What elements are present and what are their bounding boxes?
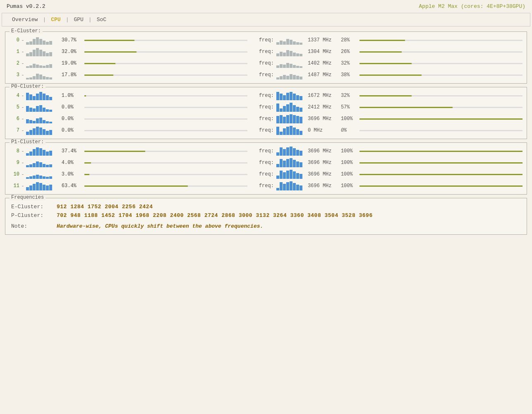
table-row: 11 - 63.4% freq:: [10, 180, 522, 192]
table-row: 4 - 1.0% freq:: [10, 90, 522, 101]
core1-freq-sparkline: [276, 47, 305, 56]
app-header: Pumas v0.2.2 Apple M2 Max (cores: 4E+8P+…: [0, 0, 532, 13]
p0-cluster-box: P0-Cluster: 4 - 1.0% freq:: [5, 87, 527, 139]
table-row: 7 - 0.0% freq:: [10, 125, 522, 136]
core0-freq-sparkline: [276, 36, 305, 45]
core11-freq-sparkline: [276, 181, 305, 190]
core5-sparkline: [26, 103, 59, 112]
p-cluster-freq-row: P-Cluster: 702 948 1188 1452 1704 1968 2…: [11, 211, 521, 220]
e-cluster-label: E-Cluster:: [10, 28, 43, 34]
table-row: 0 - 30.7% freq:: [10, 34, 522, 46]
tab-cpu[interactable]: CPU: [46, 16, 65, 24]
table-row: 1 - 32.0% freq:: [10, 46, 522, 58]
core9-sparkline: [26, 158, 59, 167]
core3-freq-sparkline: [276, 70, 305, 79]
table-row: 3 - 17.8% freq:: [10, 69, 522, 81]
frequencies-section: Frequencies E-Cluster: 912 1284 1752 200…: [5, 198, 527, 235]
note-val: Hardware-wise, CPUs quickly shift betwee…: [57, 223, 521, 229]
table-row: 8 - 37.4% freq:: [10, 145, 522, 157]
core2-freq-sparkline: [276, 59, 305, 68]
table-row: 5 - 0.0% freq:: [10, 101, 522, 113]
core11-sparkline: [26, 181, 59, 190]
core10-freq-sparkline: [276, 170, 305, 179]
table-row: 10 - 3.0% freq:: [10, 168, 522, 180]
tab-overview[interactable]: Overview: [7, 16, 43, 24]
main-content: E-Cluster: 0 - 30.7% freq:: [0, 26, 532, 240]
core3-sparkline: [26, 70, 59, 79]
p-cluster-freq-val: 702 948 1188 1452 1704 1968 2208 2400 25…: [57, 212, 521, 219]
core7-freq-sparkline: [276, 126, 305, 135]
e-cluster-freq-key: E-Cluster:: [11, 204, 57, 210]
e-cluster-freq-row: E-Cluster: 912 1284 1752 2004 2256 2424: [11, 202, 521, 211]
p1-cluster-label: P1-Cluster:: [10, 139, 46, 145]
table-row: 9 - 4.0% freq:: [10, 157, 522, 168]
table-row: 6 - 0.0% freq:: [10, 113, 522, 125]
core7-sparkline: [26, 126, 59, 135]
core1-sparkline: [26, 47, 59, 56]
tab-soc[interactable]: SoC: [92, 16, 111, 24]
core8-sparkline: [26, 147, 59, 156]
p-cluster-freq-key: P-Cluster:: [11, 212, 57, 219]
tab-sep-3: |: [89, 17, 92, 23]
e-cluster-box: E-Cluster: 0 - 30.7% freq:: [5, 31, 527, 84]
core5-freq-sparkline: [276, 103, 305, 112]
app-device: Apple M2 Max (cores: 4E+8P+38GPU): [419, 3, 525, 10]
core6-sparkline: [26, 114, 59, 123]
core8-freq-sparkline: [276, 147, 305, 156]
core2-sparkline: [26, 59, 59, 68]
frequencies-label: Frequencies: [10, 195, 46, 200]
core4-freq-sparkline: [276, 91, 305, 100]
app-title: Pumas v0.2.2: [7, 3, 46, 10]
core6-freq-sparkline: [276, 114, 305, 123]
tab-gpu[interactable]: GPU: [69, 16, 88, 24]
note-row: Note: Hardware-wise, CPUs quickly shift …: [11, 220, 521, 230]
tab-sep-1: |: [43, 17, 46, 23]
p0-cluster-label: P0-Cluster:: [10, 84, 46, 89]
tab-sep-2: |: [66, 17, 69, 23]
core0-sparkline: [26, 36, 59, 45]
p1-cluster-box: P1-Cluster: 8 - 37.4% freq:: [5, 142, 527, 195]
tabs-bar: Overview | CPU | GPU | SoC: [2, 13, 530, 26]
core4-sparkline: [26, 91, 59, 100]
note-key: Note:: [11, 223, 57, 229]
e-cluster-freq-val: 912 1284 1752 2004 2256 2424: [57, 204, 521, 210]
core9-freq-sparkline: [276, 158, 305, 167]
core10-sparkline: [26, 170, 59, 179]
table-row: 2 - 19.0% freq:: [10, 58, 522, 69]
